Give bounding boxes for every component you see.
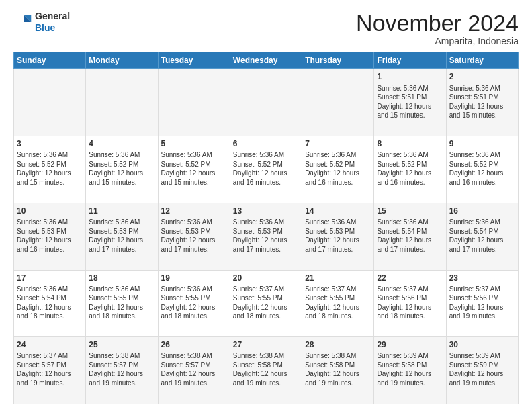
calendar-cell: 16Sunrise: 5:36 AMSunset: 5:54 PMDayligh… <box>446 203 518 270</box>
day-number: 22 <box>377 273 443 283</box>
day-number: 6 <box>233 138 299 149</box>
page: General Blue November 2024 Amparita, Ind… <box>0 0 532 411</box>
day-info: Sunrise: 5:36 AM <box>89 150 154 160</box>
month-title: November 2024 <box>356 11 519 36</box>
day-info: Daylight: 12 hours and 17 minutes. <box>377 236 443 254</box>
day-number: 13 <box>233 205 299 216</box>
day-info: Sunset: 5:54 PM <box>377 227 443 236</box>
day-info: Sunset: 5:53 PM <box>17 227 83 236</box>
calendar-table: SundayMondayTuesdayWednesdayThursdayFrid… <box>13 52 519 404</box>
day-info: Daylight: 12 hours and 16 minutes. <box>305 169 371 187</box>
day-info: Daylight: 12 hours and 19 minutes. <box>233 369 299 387</box>
location: Amparita, Indonesia <box>356 36 519 46</box>
day-info: Daylight: 12 hours and 17 minutes. <box>305 236 371 254</box>
day-info: Sunrise: 5:36 AM <box>233 150 299 160</box>
calendar-cell: 29Sunrise: 5:39 AMSunset: 5:58 PMDayligh… <box>374 337 446 404</box>
calendar-body: 1Sunrise: 5:36 AMSunset: 5:51 PMDaylight… <box>14 69 519 404</box>
day-info: Daylight: 12 hours and 19 minutes. <box>161 369 227 387</box>
logo-icon <box>13 13 32 32</box>
day-info: Sunset: 5:53 PM <box>89 227 154 236</box>
day-info: Daylight: 12 hours and 18 minutes. <box>305 303 371 321</box>
calendar-cell: 14Sunrise: 5:36 AMSunset: 5:53 PMDayligh… <box>302 203 374 270</box>
day-info: Sunrise: 5:36 AM <box>449 84 515 93</box>
day-info: Sunset: 5:55 PM <box>89 293 154 303</box>
week-row-2: 3Sunrise: 5:36 AMSunset: 5:52 PMDaylight… <box>14 136 519 203</box>
day-number: 28 <box>305 339 371 350</box>
day-number: 18 <box>89 273 154 283</box>
day-info: Daylight: 12 hours and 17 minutes. <box>89 236 154 254</box>
weekday-header-sunday: Sunday <box>14 52 86 69</box>
day-number: 24 <box>17 339 83 350</box>
day-info: Sunset: 5:55 PM <box>233 293 299 303</box>
calendar-cell: 27Sunrise: 5:38 AMSunset: 5:58 PMDayligh… <box>230 337 302 404</box>
day-number: 7 <box>305 138 371 149</box>
day-info: Sunrise: 5:37 AM <box>305 285 371 294</box>
day-info: Daylight: 12 hours and 19 minutes. <box>449 369 515 387</box>
calendar-cell: 10Sunrise: 5:36 AMSunset: 5:53 PMDayligh… <box>14 203 86 270</box>
day-info: Sunset: 5:57 PM <box>17 361 83 370</box>
calendar-cell: 5Sunrise: 5:36 AMSunset: 5:52 PMDaylight… <box>158 136 230 203</box>
calendar-cell: 19Sunrise: 5:36 AMSunset: 5:55 PMDayligh… <box>158 270 230 337</box>
day-info: Sunrise: 5:36 AM <box>89 285 154 294</box>
calendar-cell <box>302 69 374 136</box>
day-info: Daylight: 12 hours and 19 minutes. <box>305 369 371 387</box>
day-info: Sunrise: 5:36 AM <box>305 218 371 227</box>
day-info: Sunset: 5:54 PM <box>17 293 83 303</box>
calendar-cell: 7Sunrise: 5:36 AMSunset: 5:52 PMDaylight… <box>302 136 374 203</box>
day-number: 9 <box>449 138 515 149</box>
day-info: Sunrise: 5:36 AM <box>17 218 83 227</box>
day-number: 29 <box>377 339 443 350</box>
week-row-1: 1Sunrise: 5:36 AMSunset: 5:51 PMDaylight… <box>14 69 519 136</box>
calendar-cell: 3Sunrise: 5:36 AMSunset: 5:52 PMDaylight… <box>14 136 86 203</box>
day-number: 4 <box>89 138 154 149</box>
day-info: Sunrise: 5:36 AM <box>305 150 371 160</box>
day-info: Sunset: 5:55 PM <box>305 293 371 303</box>
calendar-cell: 4Sunrise: 5:36 AMSunset: 5:52 PMDaylight… <box>86 136 158 203</box>
day-info: Daylight: 12 hours and 18 minutes. <box>233 303 299 321</box>
calendar-cell: 24Sunrise: 5:37 AMSunset: 5:57 PMDayligh… <box>14 337 86 404</box>
week-row-3: 10Sunrise: 5:36 AMSunset: 5:53 PMDayligh… <box>14 203 519 270</box>
day-info: Daylight: 12 hours and 16 minutes. <box>17 236 83 254</box>
day-number: 25 <box>89 339 154 350</box>
day-info: Sunrise: 5:36 AM <box>377 84 443 93</box>
day-info: Daylight: 12 hours and 15 minutes. <box>449 102 515 120</box>
day-info: Daylight: 12 hours and 15 minutes. <box>17 169 83 187</box>
day-info: Daylight: 12 hours and 18 minutes. <box>161 303 227 321</box>
day-number: 27 <box>233 339 299 350</box>
calendar-cell: 8Sunrise: 5:36 AMSunset: 5:52 PMDaylight… <box>374 136 446 203</box>
day-info: Sunset: 5:52 PM <box>305 160 371 169</box>
calendar-cell: 21Sunrise: 5:37 AMSunset: 5:55 PMDayligh… <box>302 270 374 337</box>
day-info: Sunrise: 5:36 AM <box>161 285 227 294</box>
calendar-cell: 17Sunrise: 5:36 AMSunset: 5:54 PMDayligh… <box>14 270 86 337</box>
day-info: Sunset: 5:58 PM <box>305 361 371 370</box>
day-info: Sunrise: 5:37 AM <box>17 351 83 361</box>
logo: General Blue <box>13 11 70 34</box>
day-number: 21 <box>305 273 371 283</box>
day-info: Sunset: 5:57 PM <box>89 361 154 370</box>
calendar-cell: 22Sunrise: 5:37 AMSunset: 5:56 PMDayligh… <box>374 270 446 337</box>
calendar-cell: 20Sunrise: 5:37 AMSunset: 5:55 PMDayligh… <box>230 270 302 337</box>
day-info: Daylight: 12 hours and 18 minutes. <box>377 303 443 321</box>
calendar-cell: 11Sunrise: 5:36 AMSunset: 5:53 PMDayligh… <box>86 203 158 270</box>
day-number: 5 <box>161 138 227 149</box>
day-number: 15 <box>377 205 443 216</box>
weekday-header-saturday: Saturday <box>446 52 518 69</box>
calendar-cell: 23Sunrise: 5:37 AMSunset: 5:56 PMDayligh… <box>446 270 518 337</box>
day-number: 11 <box>89 205 154 216</box>
calendar-cell: 18Sunrise: 5:36 AMSunset: 5:55 PMDayligh… <box>86 270 158 337</box>
day-info: Sunset: 5:52 PM <box>161 160 227 169</box>
calendar-cell: 6Sunrise: 5:36 AMSunset: 5:52 PMDaylight… <box>230 136 302 203</box>
day-info: Sunset: 5:52 PM <box>377 160 443 169</box>
day-info: Daylight: 12 hours and 18 minutes. <box>17 303 83 321</box>
day-number: 12 <box>161 205 227 216</box>
day-info: Daylight: 12 hours and 18 minutes. <box>89 303 154 321</box>
day-info: Sunrise: 5:37 AM <box>377 285 443 294</box>
day-info: Sunset: 5:58 PM <box>233 361 299 370</box>
calendar-cell: 25Sunrise: 5:38 AMSunset: 5:57 PMDayligh… <box>86 337 158 404</box>
logo-blue: Blue <box>35 22 55 33</box>
header: General Blue November 2024 Amparita, Ind… <box>13 11 519 46</box>
day-info: Sunrise: 5:36 AM <box>377 150 443 160</box>
day-number: 10 <box>17 205 83 216</box>
calendar-cell: 28Sunrise: 5:38 AMSunset: 5:58 PMDayligh… <box>302 337 374 404</box>
day-info: Sunset: 5:56 PM <box>449 293 515 303</box>
